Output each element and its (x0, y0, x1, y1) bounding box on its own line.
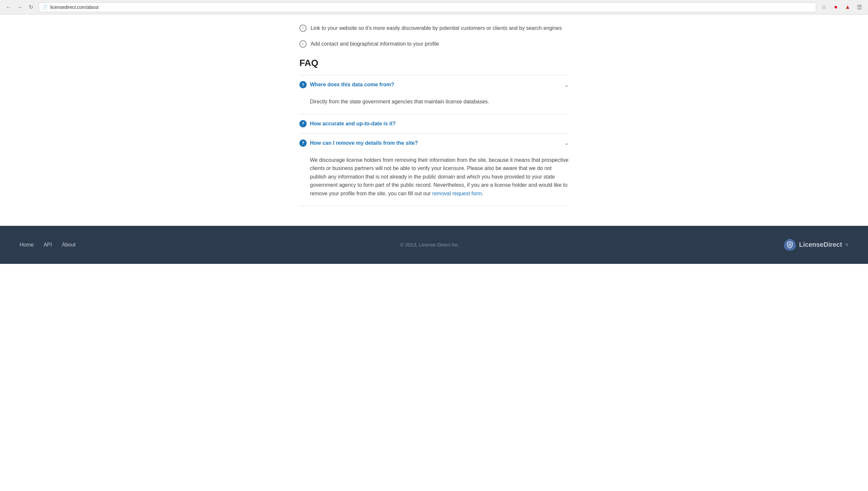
nav-buttons: ← → ↻ (4, 3, 35, 12)
footer: Home API About © 2013, License Direct In… (0, 226, 868, 264)
faq-answer-text-1: Directly from the state government agenc… (310, 99, 489, 104)
faq-answer-text-3-after: . (482, 191, 483, 196)
checklist-text-1: Link to your website so it's more easily… (311, 24, 562, 32)
page-icon: 📄 (42, 5, 48, 9)
faq-question-left-3: ? How can I remove my details from the s… (299, 140, 418, 147)
check-icon-2: ✓ (299, 40, 307, 48)
checklist: ✓ Link to your website so it's more easi… (299, 24, 569, 48)
faq-question-2[interactable]: ? How accurate and up-to-date is it? (299, 114, 569, 133)
browser-actions: ☆ ● ▲ ☰ (819, 3, 864, 12)
faq-question-left-2: ? How accurate and up-to-date is it? (299, 120, 396, 127)
checklist-text-2: Add contact and biographical information… (311, 40, 439, 48)
page-content: ✓ Link to your website so it's more easi… (286, 15, 582, 226)
footer-link-about[interactable]: About (62, 242, 76, 248)
chevron-down-icon-1: ⌄ (564, 82, 569, 88)
faq-item-2: ? How accurate and up-to-date is it? (299, 114, 569, 133)
browser-chrome: ← → ↻ 📄 ☆ ● ▲ ☰ (0, 0, 868, 15)
question-icon-2: ? (299, 120, 307, 127)
bookmark-button[interactable]: ☆ (819, 3, 829, 12)
question-icon-3: ? (299, 140, 307, 147)
faq-item-3: ? How can I remove my details from the s… (299, 133, 569, 206)
faq-answer-1: Directly from the state government agenc… (299, 94, 569, 114)
footer-copyright: © 2013, License Direct Inc. (400, 242, 459, 248)
menu-button[interactable]: ☰ (855, 3, 864, 12)
chevron-down-icon-3: ⌄ (564, 140, 569, 146)
checklist-item-2: ✓ Add contact and biographical informati… (299, 40, 569, 48)
removal-request-link[interactable]: removal request form (432, 191, 482, 196)
shield-button[interactable]: ▲ (843, 3, 852, 12)
faq-answer-3: We discourage license holders from remov… (299, 153, 569, 206)
back-button[interactable]: ← (4, 3, 13, 12)
footer-link-home[interactable]: Home (20, 242, 34, 248)
pinterest-button[interactable]: ● (831, 3, 840, 12)
address-bar: 📄 (39, 2, 816, 12)
faq-question-text-1: Where does this data come from? (310, 82, 394, 88)
footer-links: Home API About (20, 242, 76, 248)
forward-button[interactable]: → (15, 3, 24, 12)
footer-logo: LicenseDirect® (784, 239, 848, 251)
faq-question-text-2: How accurate and up-to-date is it? (310, 121, 396, 127)
logo-shield-icon (784, 239, 796, 251)
check-icon-1: ✓ (299, 25, 307, 32)
faq-question-1[interactable]: ? Where does this data come from? ⌄ (299, 75, 569, 94)
footer-logo-text: LicenseDirect (799, 241, 842, 249)
faq-question-left-1: ? Where does this data come from? (299, 81, 394, 88)
faq-item-1: ? Where does this data come from? ⌄ Dire… (299, 75, 569, 114)
faq-question-text-3: How can I remove my details from the sit… (310, 140, 418, 146)
reload-button[interactable]: ↻ (26, 3, 35, 12)
footer-registered-mark: ® (845, 242, 848, 247)
footer-link-api[interactable]: API (44, 242, 52, 248)
url-input[interactable] (50, 5, 812, 10)
checklist-item: ✓ Link to your website so it's more easi… (299, 24, 569, 32)
faq-section: FAQ ? Where does this data come from? ⌄ … (299, 58, 569, 206)
faq-question-3[interactable]: ? How can I remove my details from the s… (299, 134, 569, 153)
question-icon-1: ? (299, 81, 307, 88)
faq-title: FAQ (299, 58, 569, 68)
